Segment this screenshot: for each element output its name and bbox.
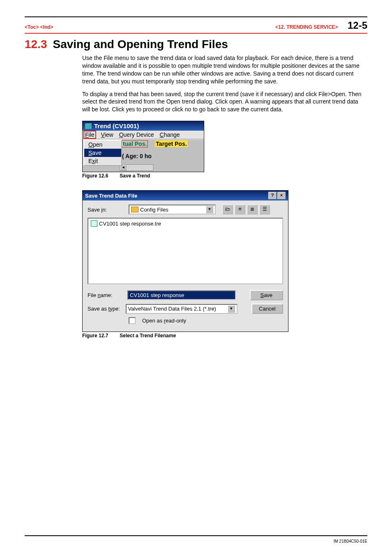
- save-type-combo[interactable]: ValveNavi Trend Data Files 2.1 (*.tre) ▼: [126, 304, 238, 314]
- chapter-ref[interactable]: <12. TRENDING SERVICE>: [275, 24, 338, 30]
- cancel-button[interactable]: Cancel: [251, 304, 283, 314]
- menu-item-save[interactable]: Save: [84, 149, 121, 157]
- menu-file[interactable]: File: [84, 131, 95, 138]
- scrollbar[interactable]: ◄: [120, 164, 153, 171]
- save-in-value: Config Files: [140, 207, 168, 213]
- section-heading: 12.3Saving and Opening Trend Files: [25, 38, 367, 51]
- menu-query[interactable]: Query Device: [119, 131, 154, 138]
- page-header: <Toc> <Ind> <12. TRENDING SERVICE> 12-5: [25, 20, 367, 31]
- figure-12-7-caption: Figure 12.7Select a Trend Filename: [82, 333, 367, 339]
- page-number: 12-5: [348, 20, 367, 31]
- file-menu-panel: Open Save Exit: [83, 140, 122, 166]
- list-item[interactable]: CV1001 step response.tre: [91, 220, 280, 227]
- trend-title: Trend (CV1001): [94, 122, 139, 129]
- menu-item-exit[interactable]: Exit: [84, 157, 121, 165]
- figure-12-6-caption: Figure 12.6Save a Trend: [82, 173, 367, 179]
- new-folder-icon[interactable]: ✳: [235, 205, 245, 214]
- close-icon[interactable]: ×: [277, 192, 286, 199]
- age-text: ( Age: 0 ho: [122, 153, 204, 159]
- section-title: Saving and Opening Trend Files: [53, 38, 228, 51]
- toc-link[interactable]: <Toc>: [25, 24, 39, 30]
- dropdown-icon[interactable]: ▼: [228, 305, 235, 313]
- dialog-titlebar[interactable]: Save Trend Data File ? ×: [83, 191, 288, 200]
- filename-label: File name:: [88, 292, 123, 298]
- doc-id: IM 21B04C50-01E: [334, 539, 367, 543]
- save-dialog: Save Trend Data File ? × Save in: Config…: [82, 190, 288, 332]
- help-icon[interactable]: ?: [268, 192, 277, 199]
- dropdown-icon[interactable]: ▼: [206, 206, 213, 213]
- save-in-label: Save in:: [88, 207, 125, 213]
- actual-pos-label: tual Pos.: [122, 140, 148, 147]
- up-folder-icon[interactable]: 🗁: [222, 205, 233, 214]
- trend-titlebar[interactable]: Trend (CV1001): [83, 121, 204, 131]
- app-icon: [85, 123, 92, 129]
- paragraph-2: To display a trend that has been saved, …: [82, 90, 367, 114]
- menu-view[interactable]: View: [101, 131, 113, 138]
- folder-open-icon: [131, 207, 138, 212]
- list-view-icon[interactable]: ≣: [247, 205, 258, 214]
- file-name: CV1001 step response.tre: [99, 221, 161, 227]
- trend-window: Trend (CV1001) File View Query Device Ch…: [82, 121, 204, 172]
- file-icon: [91, 220, 97, 227]
- file-list[interactable]: CV1001 step response.tre: [88, 218, 283, 284]
- save-in-combo[interactable]: Config Files ▼: [129, 205, 216, 214]
- paragraph-1: Use the File menu to save the trend data…: [82, 54, 367, 85]
- save-type-value: ValveNavi Trend Data Files 2.1 (*.tre): [128, 306, 216, 312]
- menu-change[interactable]: Change: [160, 131, 180, 138]
- section-number: 12.3: [25, 38, 47, 51]
- menubar: File View Query Device Change: [83, 131, 204, 139]
- ind-link[interactable]: <Ind>: [40, 24, 53, 30]
- save-type-label: Save as type:: [88, 306, 122, 312]
- filename-input[interactable]: CV1001 step response: [127, 290, 236, 300]
- dialog-title: Save Trend Data File: [85, 193, 137, 199]
- save-button[interactable]: Save: [250, 290, 283, 300]
- menu-item-open[interactable]: Open: [84, 140, 121, 149]
- target-pos-label: Target Pos.: [155, 140, 187, 147]
- readonly-label: Open as read-only: [142, 318, 186, 324]
- readonly-checkbox[interactable]: [129, 317, 136, 324]
- details-view-icon[interactable]: ☰: [259, 205, 270, 214]
